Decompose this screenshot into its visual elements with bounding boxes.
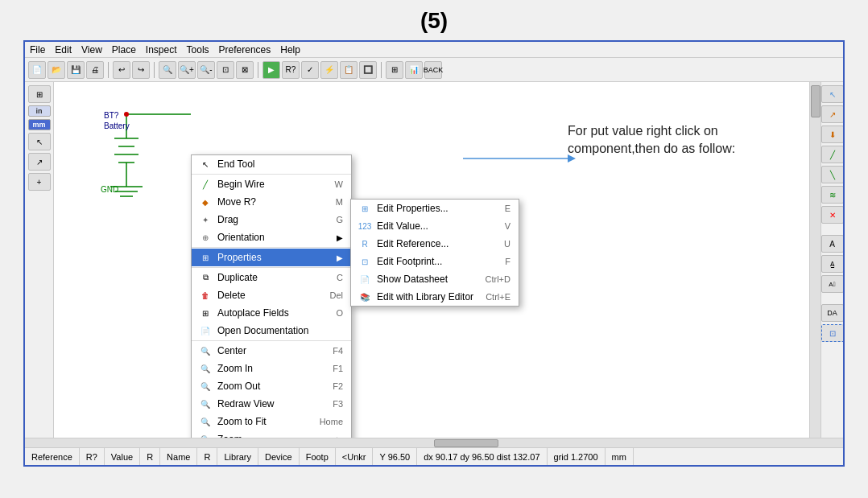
- ctx-move[interactable]: ◆ Move R? M: [192, 193, 351, 211]
- tb-runbtn[interactable]: ▶: [262, 61, 280, 79]
- menu-bar: File Edit View Place Inspect Tools Prefe…: [25, 42, 843, 58]
- tb-annotate[interactable]: R?: [282, 61, 300, 79]
- sub-edit-val[interactable]: 123 Edit Value... V: [351, 217, 519, 235]
- sb-add[interactable]: +: [28, 173, 51, 191]
- rs-text-a[interactable]: A: [821, 235, 844, 253]
- sb-route[interactable]: ↗: [28, 153, 51, 171]
- end-tool-icon: ↖: [200, 158, 211, 170]
- sb-cursor[interactable]: ↖: [28, 133, 51, 150]
- ctx-end-tool[interactable]: ↖ End Tool: [192, 155, 351, 173]
- opendoc-icon: 📄: [200, 325, 211, 336]
- tb-pcb[interactable]: 🔲: [359, 61, 377, 79]
- status-name-val: R: [197, 448, 217, 465]
- tb-zoomfit[interactable]: ⊡: [217, 61, 234, 79]
- sub-edit-props-shortcut: E: [505, 204, 510, 213]
- menu-tools[interactable]: Tools: [187, 44, 209, 56]
- horizontal-scrollbar[interactable]: [25, 438, 843, 447]
- ctx-delete[interactable]: 🗑 Delete Del: [192, 286, 351, 304]
- library-label: Library: [224, 452, 251, 462]
- ctx-zoomfit[interactable]: 🔍 Zoom to Fit Home: [192, 413, 351, 430]
- tb-search[interactable]: 🔍: [159, 61, 176, 79]
- h-scroll-thumb[interactable]: [434, 439, 498, 447]
- rs-text-ab[interactable]: A̲: [821, 255, 844, 273]
- tb-zoomout[interactable]: 🔍-: [197, 61, 215, 79]
- coords-val: Y 96.50: [379, 452, 410, 462]
- zoomin-icon: 🔍: [200, 363, 211, 374]
- menu-place[interactable]: Place: [112, 44, 136, 56]
- ctx-move-label: Move R?: [217, 196, 256, 208]
- sb-select[interactable]: ⊞: [28, 85, 51, 103]
- ctx-redraw[interactable]: 🔍 Redraw View F3: [192, 395, 351, 413]
- svg-marker-12: [568, 154, 576, 163]
- rs-line[interactable]: ╱: [821, 146, 844, 163]
- tb-redo[interactable]: ↪: [132, 61, 150, 79]
- rs-close-x[interactable]: ✕: [821, 206, 844, 224]
- zoomfit-icon: 🔍: [200, 416, 211, 427]
- sub-edit-ref[interactable]: R Edit Reference... U: [351, 235, 519, 253]
- menu-view[interactable]: View: [81, 44, 102, 56]
- orientation-icon: ⊕: [200, 232, 211, 243]
- ctx-autoplace[interactable]: ⊞ Autoplace Fields O: [192, 304, 351, 322]
- menu-file[interactable]: File: [30, 44, 45, 56]
- rs-da[interactable]: DA: [821, 304, 844, 322]
- ctx-zoomfit-label: Zoom to Fit: [217, 416, 267, 427]
- sb-in[interactable]: in: [28, 105, 51, 117]
- ctx-orientation[interactable]: ⊕ Orientation ▶: [192, 228, 351, 246]
- tb-open[interactable]: 📂: [48, 61, 65, 79]
- tb-fields[interactable]: ⊞: [386, 61, 403, 79]
- tb-zoomin[interactable]: 🔍+: [178, 61, 196, 79]
- ctx-zoomout[interactable]: 🔍 Zoom Out F2: [192, 377, 351, 395]
- ctx-begin-wire[interactable]: ╱ Begin Wire W: [192, 175, 351, 193]
- tb-new[interactable]: 📄: [28, 61, 46, 79]
- lib-editor-icon: 📚: [359, 291, 370, 303]
- ctx-zoom[interactable]: 🔍 Zoom ▶: [192, 430, 351, 438]
- rs-bus[interactable]: ⬇: [821, 126, 844, 143]
- rs-hier[interactable]: ≋: [821, 186, 844, 204]
- tb-simul[interactable]: 📊: [405, 61, 423, 79]
- value-val: R: [147, 452, 153, 462]
- ctx-properties[interactable]: ⊞ Properties ▶: [192, 249, 351, 266]
- status-value-label: Value: [105, 448, 140, 465]
- sub-edit-props[interactable]: ⊞ Edit Properties... E: [351, 200, 519, 217]
- sub-edit-fp[interactable]: ⊡ Edit Footprint... F: [351, 253, 519, 270]
- rs-select[interactable]: ↖: [821, 85, 844, 103]
- tb-zoomarea[interactable]: ⊠: [236, 61, 254, 79]
- sub-lib-editor[interactable]: 📚 Edit with Library Editor Ctrl+E: [351, 288, 519, 306]
- canvas-area[interactable]: BT? Battery GND ↖ End Tool ╱ Begin Wire …: [54, 82, 809, 438]
- edit-ref-icon: R: [359, 238, 370, 249]
- context-menu[interactable]: ↖ End Tool ╱ Begin Wire W ◆ Move R? M: [191, 154, 352, 438]
- menu-preferences[interactable]: Preferences: [219, 44, 271, 56]
- vertical-scrollbar[interactable]: [809, 82, 820, 438]
- ctx-zoomin-label: Zoom In: [217, 363, 253, 374]
- menu-inspect[interactable]: Inspect: [146, 44, 177, 56]
- ctx-sep3: [192, 267, 351, 268]
- ctx-zoomin[interactable]: 🔍 Zoom In F1: [192, 360, 351, 377]
- tb-netlist[interactable]: ⚡: [320, 61, 338, 79]
- tb-erc[interactable]: ✓: [301, 61, 319, 79]
- status-coords: Y 96.50: [373, 448, 417, 465]
- rs-label[interactable]: ╲: [821, 166, 844, 183]
- tb-back[interactable]: BACK: [424, 61, 442, 79]
- rs-text-ac[interactable]: A⃒: [821, 275, 844, 293]
- scroll-thumb[interactable]: [811, 85, 820, 117]
- ctx-drag[interactable]: ✦ Drag G: [192, 211, 351, 228]
- tb-save[interactable]: 💾: [67, 61, 85, 79]
- component-label: BT? Battery: [104, 110, 130, 131]
- tb-undo[interactable]: ↩: [113, 61, 130, 79]
- rs-dashed[interactable]: ⊡: [821, 324, 844, 342]
- menu-help[interactable]: Help: [280, 44, 300, 56]
- ctx-center[interactable]: 🔍 Center F4: [192, 342, 351, 360]
- tb-bom[interactable]: 📋: [340, 61, 358, 79]
- menu-edit[interactable]: Edit: [55, 44, 72, 56]
- sub-edit-ref-label: Edit Reference...: [377, 238, 448, 249]
- ctx-opendoc[interactable]: 📄 Open Documentation: [192, 322, 351, 340]
- sub-edit-val-label: Edit Value...: [377, 220, 428, 232]
- ctx-duplicate[interactable]: ⧉ Duplicate C: [192, 269, 351, 286]
- tb-print[interactable]: 🖨: [86, 61, 104, 79]
- toolbar: 📄 📂 💾 🖨 ↩ ↪ 🔍 🔍+ 🔍- ⊡ ⊠ ▶ R? ✓ ⚡ 📋 🔲 ⊞ 📊…: [25, 58, 843, 82]
- orientation-arrow-icon: ▶: [337, 233, 343, 242]
- sb-mm[interactable]: mm: [28, 119, 51, 130]
- properties-sub-menu[interactable]: ⊞ Edit Properties... E 123 Edit Value...…: [350, 199, 519, 307]
- rs-wire[interactable]: ↗: [821, 105, 844, 123]
- sub-show-datasheet[interactable]: 📄 Show Datasheet Ctrl+D: [351, 270, 519, 288]
